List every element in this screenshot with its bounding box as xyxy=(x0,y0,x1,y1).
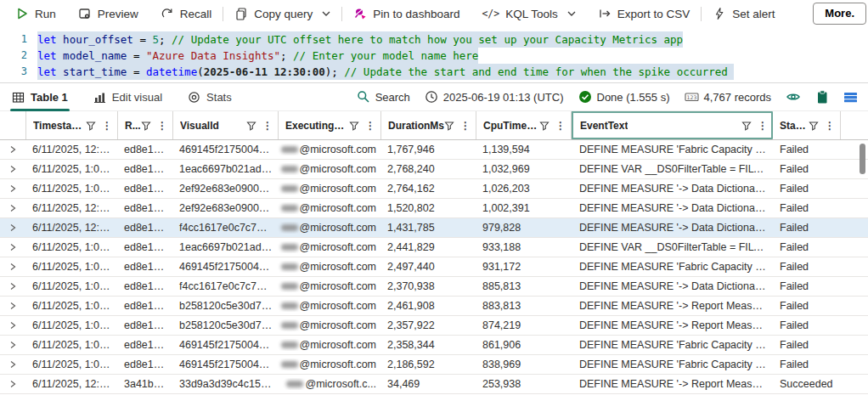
filter-funnel-icon[interactable] xyxy=(349,121,359,131)
pin-to-dashboard-button[interactable]: Pin to dashboard xyxy=(353,7,459,20)
cell-executinguser: @microsoft.com xyxy=(278,144,380,155)
set-alert-button[interactable]: Set alert xyxy=(713,7,775,20)
tab-table-1[interactable]: Table 1 xyxy=(12,83,68,111)
kql-code-editor[interactable]: 1 let hour_offset = 5; // Update your UT… xyxy=(0,27,868,83)
row-expander[interactable] xyxy=(0,223,25,232)
table-row[interactable]: 6/11/2025, 1:06:22.... ed8e1be... 469145… xyxy=(0,336,868,355)
filter-funnel-icon[interactable] xyxy=(141,121,151,131)
tab-edit-visual[interactable]: Edit visual xyxy=(93,83,162,111)
table-row[interactable]: 6/11/2025, 12:43:57... 3a41b24... 33d9a3… xyxy=(0,375,868,394)
pin-icon xyxy=(353,7,367,20)
row-expander[interactable] xyxy=(0,145,25,154)
cell-eventtext: DEFINE MEASURE '-> Data Dictionary'[Date… xyxy=(571,222,773,234)
column-menu-icon[interactable]: ⋮ xyxy=(102,121,112,131)
table-row[interactable]: 6/11/2025, 1:06:02.... ed8e1be... b25812… xyxy=(0,316,868,336)
column-menu-icon[interactable]: ⋮ xyxy=(555,121,566,131)
table-row[interactable]: 6/11/2025, 12:52:15... ed8e1be... 2ef92e… xyxy=(0,199,868,218)
run-button[interactable]: Run xyxy=(15,7,56,20)
column-header-timestamp[interactable]: Timestamp ⋮ xyxy=(25,111,117,139)
column-header-durationms[interactable]: DurationMs ⋮ xyxy=(380,111,476,139)
filter-funnel-icon[interactable] xyxy=(539,121,550,131)
recall-button[interactable]: Recall xyxy=(161,7,212,20)
user-domain: @microsoft.com xyxy=(300,359,376,370)
table-row[interactable]: 6/11/2025, 1:07:20.... ed8e1be... 469145… xyxy=(0,355,868,375)
tab-stats[interactable]: Stats xyxy=(188,83,232,111)
table-rows-view-button[interactable] xyxy=(843,90,858,104)
table-row[interactable]: 6/11/2025, 1:01:56.... ed8e1be... b25812… xyxy=(0,297,868,316)
row-expander[interactable] xyxy=(0,165,25,173)
row-expander[interactable] xyxy=(0,184,25,193)
column-visibility-button[interactable] xyxy=(786,90,801,104)
column-header-reportid[interactable]: R... ⋮ xyxy=(117,111,172,139)
cell-cputimems: 933,188 xyxy=(476,241,571,253)
copy-results-button[interactable] xyxy=(815,90,829,104)
toolbar-divider xyxy=(223,7,223,21)
cell-visualid: 33d9a3d39c4c15a5... xyxy=(172,378,278,390)
cell-timestamp: 6/11/2025, 12:44:45... xyxy=(25,222,117,234)
column-header-visualid[interactable]: VisualId ⋮ xyxy=(172,111,278,139)
filter-funnel-icon[interactable] xyxy=(86,121,96,131)
row-expander[interactable] xyxy=(0,263,25,271)
column-header-eventtext[interactable]: EventText ⋮ xyxy=(571,111,773,139)
column-header-cputimems[interactable]: CpuTimeMs ⋮ xyxy=(476,111,571,139)
table-row[interactable]: 6/11/2025, 12:54:29... ed8e1be... 469145… xyxy=(0,140,868,160)
table-row[interactable]: 6/11/2025, 1:07:05.... ed8e1be... 1eac66… xyxy=(0,160,868,179)
filter-funnel-icon[interactable] xyxy=(809,121,819,131)
cell-cputimems: 1,032,969 xyxy=(476,163,571,175)
redacted-username xyxy=(281,302,298,309)
filter-funnel-icon[interactable] xyxy=(444,121,454,131)
cell-reportid: ed8e1be... xyxy=(117,202,172,214)
tab-label: Table 1 xyxy=(31,91,68,104)
row-expander[interactable] xyxy=(0,360,25,369)
column-menu-icon[interactable]: ⋮ xyxy=(460,121,471,131)
cell-cputimems: 861,906 xyxy=(476,339,571,351)
cell-reportid: ed8e1be... xyxy=(117,319,172,331)
column-header-executinguser[interactable]: ExecutingU... ⋮ xyxy=(278,111,380,139)
row-expander[interactable] xyxy=(0,204,25,212)
cell-timestamp: 6/11/2025, 1:07:46.... xyxy=(25,241,117,253)
cell-eventtext: DEFINE VAR __DS0FilterTable = FILTER( KE… xyxy=(571,163,773,175)
cell-durationms: 2,357,922 xyxy=(380,319,476,331)
copy-query-button[interactable]: Copy query xyxy=(234,7,330,20)
column-menu-icon[interactable]: ⋮ xyxy=(157,121,167,131)
kql-tools-button[interactable]: </> KQL Tools xyxy=(482,8,575,20)
cell-durationms: 2,441,829 xyxy=(380,241,476,253)
table-row[interactable]: 6/11/2025, 1:07:46.... ed8e1be... 1eac66… xyxy=(0,238,868,257)
eye-icon xyxy=(786,90,801,104)
table-row[interactable]: 6/11/2025, 1:06:15.... ed8e1be... f4cc16… xyxy=(0,277,868,297)
cell-executinguser: @microsoft.c... xyxy=(278,378,380,390)
redacted-username xyxy=(281,263,298,270)
table-row[interactable]: 6/11/2025, 12:44:45... ed8e1be... f4cc16… xyxy=(0,218,868,238)
column-menu-icon[interactable]: ⋮ xyxy=(825,121,835,131)
filter-funnel-icon[interactable] xyxy=(741,121,752,131)
column-menu-icon[interactable]: ⋮ xyxy=(758,121,768,131)
preview-button[interactable]: Preview xyxy=(78,7,138,20)
cell-eventtext: DEFINE MEASURE '-> Report Measures'[Mon.… xyxy=(571,378,773,390)
row-expander[interactable] xyxy=(0,380,25,388)
column-menu-icon[interactable]: ⋮ xyxy=(365,121,375,131)
column-header-status[interactable]: Status ⋮ xyxy=(773,111,841,139)
set-alert-label: Set alert xyxy=(732,8,775,20)
filter-funnel-icon[interactable] xyxy=(246,121,256,131)
user-domain: @microsoft.com xyxy=(300,163,376,175)
table-row[interactable]: 6/11/2025, 1:06:58.... ed8e1be... 2ef92e… xyxy=(0,179,868,199)
vertical-scrollbar[interactable] xyxy=(860,144,865,174)
bar-chart-icon xyxy=(93,91,106,104)
row-expander[interactable] xyxy=(0,282,25,291)
search-button[interactable]: Search xyxy=(357,90,410,104)
run-play-icon xyxy=(15,7,29,20)
cell-visualid: 469145f21750049b... xyxy=(172,144,278,155)
table-row[interactable]: 6/11/2025, 1:02:34.... ed8e1be... 469145… xyxy=(0,257,868,277)
export-to-csv-button[interactable]: Export to CSV xyxy=(598,7,690,20)
query-done-status: Done (1.555 s) xyxy=(578,90,670,104)
row-expander[interactable] xyxy=(0,341,25,349)
row-expander[interactable] xyxy=(0,321,25,330)
more-button[interactable]: More. xyxy=(813,3,866,25)
cell-cputimems: 838,969 xyxy=(476,359,571,370)
copy-icon xyxy=(234,7,248,20)
row-expander[interactable] xyxy=(0,243,25,251)
recall-label: Recall xyxy=(180,8,212,20)
row-expander[interactable] xyxy=(0,302,25,310)
user-domain: @microsoft.com xyxy=(300,300,376,312)
column-menu-icon[interactable]: ⋮ xyxy=(262,121,273,131)
